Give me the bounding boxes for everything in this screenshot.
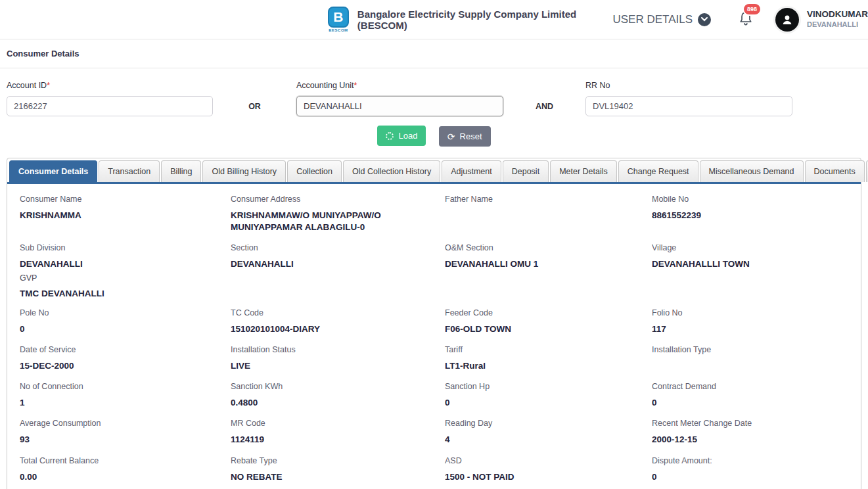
tab-meter-details[interactable]: Meter Details [550,160,617,182]
field: Mobile No8861552239 [652,195,856,233]
field: Sanction KWh0.4800 [231,382,445,409]
account-id-label: Account ID* [7,81,213,90]
rr-no-label: RR No [585,81,792,90]
field: Sanction Hp0 [445,382,652,409]
field: Average Consumption93 [20,419,231,446]
field-label: Consumer Address [231,195,445,204]
tab-documents[interactable]: Documents [805,160,865,182]
field-label: Date of Service [20,345,231,354]
field-value: 8861552239 [652,210,856,221]
field-value: DEVANAHALLI OMU 1 [445,258,649,270]
field-value: DEVANAHALLI [231,258,434,270]
rr-no-input[interactable] [585,96,792,116]
tab-transaction[interactable]: Transaction [99,160,160,182]
field: Folio No117 [652,308,856,335]
tab-change-request[interactable]: Change Request [618,160,698,182]
field-label: Consumer Name [20,195,231,204]
and-label: AND [503,102,585,116]
field-value: 117 [652,323,856,335]
user-meta: VINODKUMAR DEVANAHALLI [807,9,868,30]
field-label: Father Name [445,195,652,204]
field-value: DEVANAHALLI [20,258,223,270]
loader-icon [386,132,394,140]
field-value: 0 [652,397,856,409]
field-label: Sanction Hp [445,382,652,391]
tab-adjustment[interactable]: Adjustment [442,160,501,182]
field: Feeder CodeF06-OLD TOWN [445,308,652,335]
brand: B BESCOM Bangalore Electricity Supply Co… [327,7,612,32]
field-label: MR Code [231,419,445,428]
field-label: Contract Demand [652,382,856,391]
field-value: 0 [445,397,649,409]
tab-bar: Consumer DetailsTransactionBillingOld Bi… [7,158,861,184]
field-label: Sanction KWh [231,382,445,391]
accounting-unit-group: Accounting Unit* [296,81,503,116]
field-value: LT1-Rural [445,360,649,372]
field-value: 0 [652,471,856,483]
field: TariffLT1-Rural [445,345,652,372]
notification-count-badge: 898 [742,3,762,16]
field: VillageDEVANAHALLLI TOWN [652,243,856,298]
tab-old-billing-history[interactable]: Old Billing History [202,160,286,182]
field-value: F06-OLD TOWN [445,323,649,335]
field-label: Dispute Amount: [652,456,856,465]
logo-letter: B [328,7,349,28]
field-value [652,360,856,371]
tab-collection[interactable]: Collection [287,160,342,182]
required-asterisk: * [354,81,357,90]
account-id-input[interactable] [7,96,213,116]
field-label: Folio No [652,308,856,317]
field: No of Connection1 [20,382,231,409]
user-name: VINODKUMAR [807,9,868,20]
field-value: 0.00 [20,471,223,483]
field: Dispute Amount:0 [652,456,856,483]
field-subvalue: TMC DEVANAHALLI [20,289,231,298]
load-button[interactable]: Load [377,126,426,146]
details-grid: Consumer NameKRISHNAMMAConsumer AddressK… [7,184,861,489]
tab-miscellaneous-demand[interactable]: Miscellaneous Demand [700,160,804,182]
field: TC Code151020101004-DIARY [231,308,445,335]
user-details-label: USER DETAILS [612,13,693,26]
field: Reading Day4 [445,419,652,446]
avatar[interactable] [775,8,799,32]
field-label: TC Code [231,308,445,317]
chevron-down-icon[interactable] [698,13,711,26]
reset-button[interactable]: ⟳ Reset [439,126,491,147]
field-label: Average Consumption [20,419,231,428]
field-label: O&M Section [445,243,652,252]
field: Rebate TypeNO REBATE [231,456,445,483]
bescom-logo-icon: B BESCOM [327,7,350,32]
tab-billing[interactable]: Billing [161,160,201,182]
field-value: 151020101004-DIARY [231,323,434,335]
field-value: DEVANAHALLLI TOWN [652,258,856,270]
tab-consumer-details[interactable]: Consumer Details [9,160,97,182]
field-sublabel: GVP [20,273,231,283]
field: Contract Demand0 [652,382,856,409]
accounting-unit-label: Accounting Unit* [296,81,503,90]
field: Installation StatusLIVE [231,345,445,372]
field: Consumer AddressKRISHNAMMAW/O MUNIYAPPAW… [231,195,445,233]
tab-old-collection-history[interactable]: Old Collection History [343,160,440,182]
user-details-menu[interactable]: USER DETAILS [612,13,711,26]
field-value: 93 [20,434,223,446]
field-value: LIVE [231,360,434,372]
accounting-unit-input[interactable] [296,96,503,116]
field-value: NO REBATE [231,471,434,483]
field-label: Section [231,243,445,252]
user-location: DEVANAHALLI [807,20,868,30]
tab-deposit[interactable]: Deposit [503,160,549,182]
field-value: 2000-12-15 [652,434,856,446]
person-icon [781,13,794,26]
field-value [445,210,649,220]
field-value: KRISHNAMMAW/O MUNIYAPPAW/O MUNIYAPPAMAR … [231,210,434,233]
field-label: Village [652,243,856,252]
field: Installation Type [652,345,856,372]
field-value: 1500 - NOT PAID [445,471,649,483]
field-label: Installation Status [231,345,445,354]
field-label: Feeder Code [445,308,652,317]
field-label: Mobile No [652,195,856,204]
field-value: 0 [20,323,223,335]
field: ASD1500 - NOT PAID [445,456,652,483]
field-value: KRISHNAMMA [20,210,223,221]
notifications-button[interactable]: 898 [739,11,753,29]
